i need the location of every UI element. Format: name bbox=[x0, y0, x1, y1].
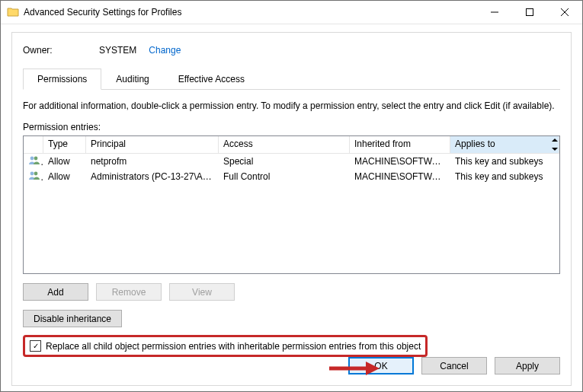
info-text: For additional information, double-click… bbox=[23, 100, 560, 111]
close-button[interactable] bbox=[547, 1, 582, 24]
users-icon bbox=[24, 170, 43, 184]
col-inherited[interactable]: Inherited from bbox=[350, 136, 450, 153]
table-row[interactable]: Allow netprofm Special MACHINE\SOFTWARE.… bbox=[24, 154, 559, 169]
svg-rect-0 bbox=[527, 9, 533, 16]
owner-value: SYSTEM bbox=[99, 45, 136, 56]
grid-header: Type Principal Access Inherited from App… bbox=[24, 136, 559, 154]
col-principal[interactable]: Principal bbox=[86, 136, 219, 153]
owner-row: Owner: SYSTEM Change bbox=[23, 45, 560, 56]
svg-point-4 bbox=[34, 171, 38, 175]
window-title: Advanced Security Settings for Profiles bbox=[24, 7, 477, 18]
svg-point-3 bbox=[30, 171, 34, 175]
users-icon bbox=[24, 155, 43, 169]
permission-grid[interactable]: Type Principal Access Inherited from App… bbox=[23, 135, 560, 274]
grid-body: Allow netprofm Special MACHINE\SOFTWARE.… bbox=[24, 154, 559, 184]
tab-strip: Permissions Auditing Effective Access bbox=[23, 68, 560, 90]
content-area: Owner: SYSTEM Change Permissions Auditin… bbox=[1, 24, 582, 392]
titlebar: Advanced Security Settings for Profiles bbox=[1, 1, 582, 24]
cell-applies: This key and subkeys bbox=[450, 155, 559, 168]
svg-point-2 bbox=[34, 156, 38, 160]
cell-principal: netprofm bbox=[86, 155, 219, 168]
cell-principal: Administrators (PC-13-27\Ad... bbox=[86, 170, 219, 183]
replace-checkbox[interactable]: ✓ bbox=[30, 340, 41, 352]
highlight-box: ✓ Replace all child object permission en… bbox=[23, 335, 428, 357]
tab-permissions[interactable]: Permissions bbox=[23, 69, 101, 90]
minimize-button[interactable] bbox=[477, 1, 512, 24]
window: Advanced Security Settings for Profiles … bbox=[0, 0, 583, 392]
maximize-button[interactable] bbox=[512, 1, 547, 24]
main-panel: Owner: SYSTEM Change Permissions Auditin… bbox=[11, 32, 572, 386]
cell-type: Allow bbox=[43, 155, 86, 168]
svg-point-1 bbox=[30, 156, 34, 160]
cell-inherited: MACHINE\SOFTWARE... bbox=[350, 155, 450, 168]
ok-button[interactable]: OK bbox=[348, 357, 414, 374]
tab-effective-access[interactable]: Effective Access bbox=[164, 69, 259, 90]
col-icon[interactable] bbox=[24, 136, 43, 153]
cell-type: Allow bbox=[43, 170, 86, 183]
col-applies[interactable]: Applies to bbox=[450, 136, 559, 153]
disable-inheritance-button[interactable]: Disable inheritance bbox=[23, 310, 122, 327]
cell-applies: This key and subkeys bbox=[450, 170, 559, 183]
remove-button: Remove bbox=[96, 283, 162, 301]
tab-auditing[interactable]: Auditing bbox=[101, 69, 163, 90]
cell-access: Special bbox=[219, 155, 350, 168]
cell-inherited: MACHINE\SOFTWARE... bbox=[350, 170, 450, 183]
table-row[interactable]: Allow Administrators (PC-13-27\Ad... Ful… bbox=[24, 169, 559, 184]
col-access[interactable]: Access bbox=[219, 136, 350, 153]
dialog-footer: OK Cancel Apply bbox=[23, 357, 560, 374]
view-button: View bbox=[169, 283, 235, 301]
replace-checkbox-label[interactable]: Replace all child object permission entr… bbox=[46, 341, 421, 352]
entry-buttons: Add Remove View bbox=[23, 283, 560, 301]
entries-label: Permission entries: bbox=[23, 122, 560, 132]
owner-label: Owner: bbox=[23, 45, 99, 56]
folder-icon bbox=[7, 6, 19, 18]
add-button[interactable]: Add bbox=[23, 283, 88, 301]
col-type[interactable]: Type bbox=[43, 136, 86, 153]
change-owner-link[interactable]: Change bbox=[149, 45, 181, 56]
apply-button[interactable]: Apply bbox=[495, 357, 560, 374]
cancel-button[interactable]: Cancel bbox=[421, 357, 487, 374]
window-controls bbox=[477, 1, 582, 24]
cell-access: Full Control bbox=[219, 170, 350, 183]
